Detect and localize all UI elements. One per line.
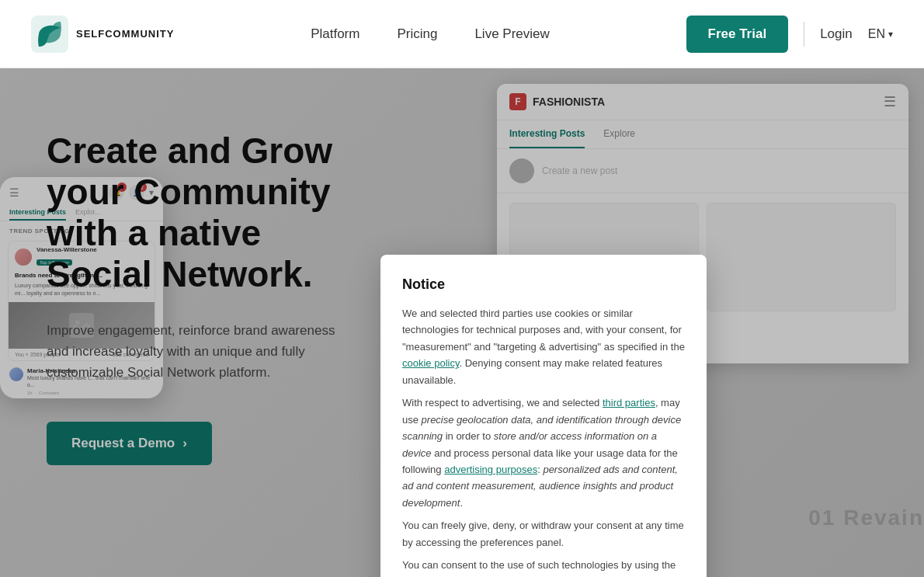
nav-live-preview[interactable]: Live Preview [474, 26, 549, 42]
notice-paragraph-1: We and selected third parties use cookie… [402, 305, 685, 388]
notice-text-1: We and selected third parties use cookie… [402, 308, 685, 353]
notice-text-2a: With respect to advertising, we and sele… [402, 397, 603, 408]
notice-body: We and selected third parties use cookie… [402, 305, 685, 577]
notice-paragraph-3: You can freely give, deny, or withdraw y… [402, 517, 685, 551]
free-trial-button[interactable]: Free Trial [686, 16, 789, 53]
logo-area: SELFCOMMUNITY [31, 16, 174, 53]
header: SELFCOMMUNITY Platform Pricing Live Prev… [0, 0, 924, 68]
hero-section: Create and Grow your Community with a na… [0, 68, 924, 577]
nav-right: Free Trial Login EN ▾ [686, 16, 893, 53]
notice-text-2c: in order to [443, 430, 494, 442]
notice-title: Notice [402, 276, 685, 293]
nav-pricing[interactable]: Pricing [397, 26, 437, 42]
notice-modal: Notice We and selected third parties use… [380, 255, 707, 577]
main-nav: Platform Pricing Live Preview [311, 26, 550, 42]
chevron-down-icon: ▾ [888, 29, 893, 40]
nav-platform[interactable]: Platform [311, 26, 360, 42]
notice-text-2f: . [460, 497, 463, 509]
language-label: EN [868, 27, 885, 41]
cookie-policy-link[interactable]: cookie policy [402, 357, 459, 369]
logo-text: SELFCOMMUNITY [76, 28, 174, 40]
nav-divider [804, 22, 804, 47]
cookie-overlay: Notice We and selected third parties use… [0, 68, 924, 577]
advertising-link[interactable]: advertising purposes [444, 464, 537, 475]
login-link[interactable]: Login [820, 26, 853, 42]
logo-icon [31, 16, 68, 53]
notice-paragraph-4: You can consent to the use of such techn… [402, 557, 685, 577]
language-selector[interactable]: EN ▾ [868, 27, 893, 41]
third-parties-link[interactable]: third parties [603, 397, 655, 408]
notice-paragraph-2: With respect to advertising, we and sele… [402, 395, 685, 511]
